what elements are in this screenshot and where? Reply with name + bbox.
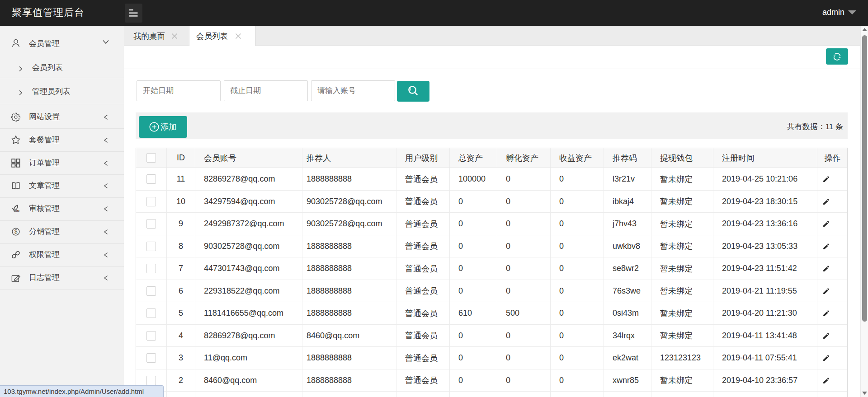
svg-text:QM: QM — [15, 209, 19, 212]
svg-text:$: $ — [14, 229, 18, 235]
